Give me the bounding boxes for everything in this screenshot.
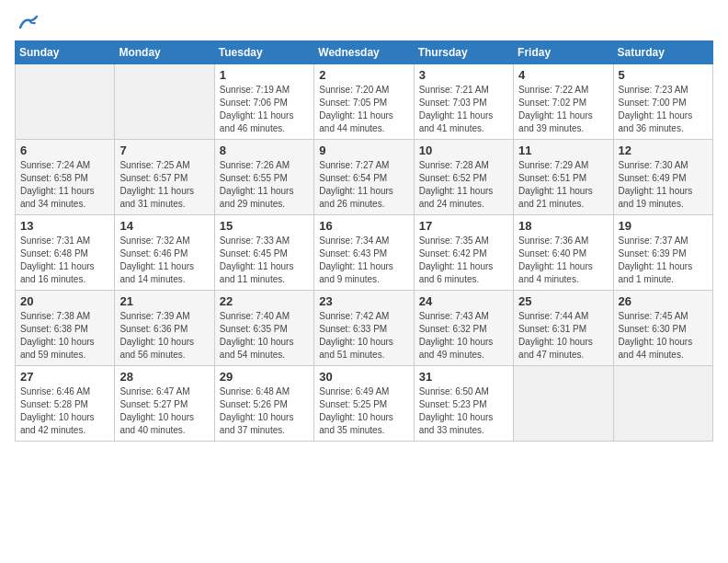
day-number: 26 [619, 294, 708, 308]
calendar-cell: 18Sunrise: 7:36 AMSunset: 6:40 PMDayligh… [514, 215, 613, 291]
day-info: Sunrise: 7:42 AMSunset: 6:33 PMDaylight:… [319, 311, 393, 360]
day-number: 10 [419, 144, 508, 157]
day-info: Sunrise: 7:33 AMSunset: 6:45 PMDaylight:… [220, 236, 294, 284]
day-info: Sunrise: 7:44 AMSunset: 6:31 PMDaylight:… [518, 311, 593, 360]
day-number: 28 [119, 370, 209, 384]
calendar-week-row: 13Sunrise: 7:31 AMSunset: 6:48 PMDayligh… [16, 215, 713, 291]
logo-bird-icon [18, 15, 39, 31]
day-number: 14 [119, 219, 209, 233]
calendar-cell: 16Sunrise: 7:34 AMSunset: 6:43 PMDayligh… [314, 215, 414, 291]
day-number: 6 [20, 144, 109, 157]
page-header [15, 15, 713, 31]
day-info: Sunrise: 7:27 AMSunset: 6:54 PMDaylight:… [319, 160, 393, 209]
day-header-friday: Friday [514, 41, 613, 64]
day-number: 9 [319, 144, 408, 157]
calendar-header-row: SundayMondayTuesdayWednesdayThursdayFrid… [16, 41, 713, 64]
day-info: Sunrise: 7:19 AMSunset: 7:06 PMDaylight:… [220, 85, 294, 133]
day-info: Sunrise: 7:23 AMSunset: 7:00 PMDaylight:… [619, 85, 693, 133]
calendar-cell: 27Sunrise: 6:46 AMSunset: 5:28 PMDayligh… [16, 366, 115, 442]
day-info: Sunrise: 7:40 AMSunset: 6:35 PMDaylight:… [220, 311, 294, 360]
calendar-cell: 13Sunrise: 7:31 AMSunset: 6:48 PMDayligh… [16, 215, 115, 291]
day-info: Sunrise: 7:43 AMSunset: 6:32 PMDaylight:… [419, 311, 494, 360]
day-info: Sunrise: 7:36 AMSunset: 6:40 PMDaylight:… [518, 236, 593, 284]
day-number: 16 [319, 219, 408, 233]
calendar-cell: 22Sunrise: 7:40 AMSunset: 6:35 PMDayligh… [214, 291, 313, 366]
calendar-cell: 25Sunrise: 7:44 AMSunset: 6:31 PMDayligh… [514, 291, 613, 366]
day-info: Sunrise: 7:21 AMSunset: 7:03 PMDaylight:… [419, 85, 494, 133]
calendar-cell: 30Sunrise: 6:49 AMSunset: 5:25 PMDayligh… [314, 366, 414, 442]
calendar-cell [16, 64, 115, 140]
day-number: 17 [419, 219, 508, 233]
day-info: Sunrise: 6:50 AMSunset: 5:23 PMDaylight:… [419, 386, 494, 435]
day-number: 4 [518, 68, 608, 82]
day-info: Sunrise: 7:45 AMSunset: 6:30 PMDaylight:… [619, 311, 693, 360]
day-info: Sunrise: 7:38 AMSunset: 6:38 PMDaylight:… [20, 311, 95, 360]
day-info: Sunrise: 6:49 AMSunset: 5:25 PMDaylight:… [319, 386, 393, 435]
calendar-cell: 5Sunrise: 7:23 AMSunset: 7:00 PMDaylight… [613, 64, 712, 140]
day-number: 12 [619, 144, 708, 157]
day-number: 19 [619, 219, 708, 233]
day-number: 27 [20, 370, 109, 384]
calendar-cell [115, 64, 214, 140]
day-number: 22 [220, 294, 309, 308]
day-number: 15 [220, 219, 309, 233]
calendar-cell: 26Sunrise: 7:45 AMSunset: 6:30 PMDayligh… [613, 291, 712, 366]
calendar-cell: 12Sunrise: 7:30 AMSunset: 6:49 PMDayligh… [613, 140, 712, 215]
day-info: Sunrise: 7:25 AMSunset: 6:57 PMDaylight:… [119, 160, 194, 209]
day-header-tuesday: Tuesday [214, 41, 313, 64]
day-number: 31 [419, 370, 508, 384]
day-header-wednesday: Wednesday [314, 41, 414, 64]
calendar-cell: 1Sunrise: 7:19 AMSunset: 7:06 PMDaylight… [214, 64, 313, 140]
day-info: Sunrise: 7:35 AMSunset: 6:42 PMDaylight:… [419, 236, 494, 284]
calendar-cell: 19Sunrise: 7:37 AMSunset: 6:39 PMDayligh… [613, 215, 712, 291]
calendar-cell: 2Sunrise: 7:20 AMSunset: 7:05 PMDaylight… [314, 64, 414, 140]
day-number: 8 [220, 144, 309, 157]
day-number: 23 [319, 294, 408, 308]
day-info: Sunrise: 7:39 AMSunset: 6:36 PMDaylight:… [119, 311, 194, 360]
day-number: 29 [220, 370, 309, 384]
day-header-saturday: Saturday [613, 41, 712, 64]
day-number: 3 [419, 68, 508, 82]
day-info: Sunrise: 7:20 AMSunset: 7:05 PMDaylight:… [319, 85, 393, 133]
calendar-cell: 10Sunrise: 7:28 AMSunset: 6:52 PMDayligh… [414, 140, 513, 215]
day-info: Sunrise: 7:30 AMSunset: 6:49 PMDaylight:… [619, 160, 693, 209]
day-info: Sunrise: 7:28 AMSunset: 6:52 PMDaylight:… [419, 160, 494, 209]
day-number: 7 [119, 144, 209, 157]
calendar-cell [613, 366, 712, 442]
calendar-cell: 21Sunrise: 7:39 AMSunset: 6:36 PMDayligh… [115, 291, 214, 366]
calendar-cell: 11Sunrise: 7:29 AMSunset: 6:51 PMDayligh… [514, 140, 613, 215]
day-number: 11 [518, 144, 608, 157]
calendar-cell: 24Sunrise: 7:43 AMSunset: 6:32 PMDayligh… [414, 291, 513, 366]
calendar-week-row: 20Sunrise: 7:38 AMSunset: 6:38 PMDayligh… [16, 291, 713, 366]
day-info: Sunrise: 6:48 AMSunset: 5:26 PMDaylight:… [220, 386, 294, 435]
day-info: Sunrise: 7:32 AMSunset: 6:46 PMDaylight:… [119, 236, 194, 284]
day-info: Sunrise: 6:47 AMSunset: 5:27 PMDaylight:… [119, 386, 194, 435]
day-info: Sunrise: 7:26 AMSunset: 6:55 PMDaylight:… [220, 160, 294, 209]
day-number: 5 [619, 68, 708, 82]
day-info: Sunrise: 7:22 AMSunset: 7:02 PMDaylight:… [518, 85, 593, 133]
calendar-cell: 9Sunrise: 7:27 AMSunset: 6:54 PMDaylight… [314, 140, 414, 215]
calendar-cell: 31Sunrise: 6:50 AMSunset: 5:23 PMDayligh… [414, 366, 513, 442]
day-header-sunday: Sunday [16, 41, 115, 64]
calendar-week-row: 6Sunrise: 7:24 AMSunset: 6:58 PMDaylight… [16, 140, 713, 215]
day-header-monday: Monday [115, 41, 214, 64]
day-number: 25 [518, 294, 608, 308]
day-info: Sunrise: 7:37 AMSunset: 6:39 PMDaylight:… [619, 236, 693, 284]
calendar-cell: 28Sunrise: 6:47 AMSunset: 5:27 PMDayligh… [115, 366, 214, 442]
day-info: Sunrise: 7:34 AMSunset: 6:43 PMDaylight:… [319, 236, 393, 284]
day-number: 18 [518, 219, 608, 233]
day-info: Sunrise: 7:24 AMSunset: 6:58 PMDaylight:… [20, 160, 95, 209]
calendar-cell: 3Sunrise: 7:21 AMSunset: 7:03 PMDaylight… [414, 64, 513, 140]
calendar-cell: 15Sunrise: 7:33 AMSunset: 6:45 PMDayligh… [214, 215, 313, 291]
day-info: Sunrise: 6:46 AMSunset: 5:28 PMDaylight:… [20, 386, 95, 435]
calendar-table: SundayMondayTuesdayWednesdayThursdayFrid… [15, 40, 713, 442]
logo [15, 15, 39, 31]
day-number: 30 [319, 370, 408, 384]
calendar-cell: 6Sunrise: 7:24 AMSunset: 6:58 PMDaylight… [16, 140, 115, 215]
day-info: Sunrise: 7:29 AMSunset: 6:51 PMDaylight:… [518, 160, 593, 209]
day-header-thursday: Thursday [414, 41, 513, 64]
calendar-cell: 23Sunrise: 7:42 AMSunset: 6:33 PMDayligh… [314, 291, 414, 366]
day-number: 21 [119, 294, 209, 308]
calendar-cell [514, 366, 613, 442]
calendar-cell: 29Sunrise: 6:48 AMSunset: 5:26 PMDayligh… [214, 366, 313, 442]
